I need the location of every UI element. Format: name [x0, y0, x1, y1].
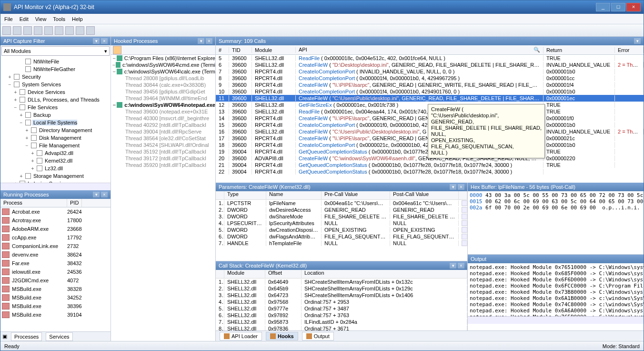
callstack-row[interactable]: 6SHELL32.dll0x97892Ordinal:757 + 3763: [216, 312, 467, 319]
process-row[interactable]: AdobeARM.exe23668: [0, 225, 111, 233]
detail-icon[interactable]: [462, 234, 467, 239]
thread-node[interactable]: Thread 39456 [gdiplus.dll!GdipGet: [111, 88, 215, 95]
process-row[interactable]: MSBuild.exe34252: [0, 293, 111, 302]
toolbar-button[interactable]: [23, 26, 32, 35]
menu-view[interactable]: View: [35, 16, 47, 22]
col-index[interactable]: #: [216, 47, 229, 53]
tab-hooks[interactable]: Hooks: [266, 332, 298, 341]
process-node[interactable]: −c:\windows\SysWOW64\notepad.exe: [111, 102, 215, 108]
param-row[interactable]: 1LPCTSTRlpFileName0x004ea61c "C:\Users\P…: [216, 200, 467, 206]
process-row[interactable]: CompanionLink.exe2732: [0, 242, 111, 250]
pane-close-button[interactable]: ×: [458, 184, 464, 190]
thread-node[interactable]: Thread 35920 [ntdll.dll!TpCallbackI: [111, 162, 215, 168]
tree-node[interactable]: +Kernel32.dll: [1, 157, 110, 165]
callstack-list[interactable]: 1SHELL32.dll0x64649SHCreateShellItemArra…: [216, 279, 467, 330]
hooked-tree[interactable]: −C:\Program Files (x86)\Internet Explore…: [111, 55, 215, 341]
thread-node[interactable]: Thread 35192 [ntdll.dll!TpCallbackI: [111, 148, 215, 155]
col-type[interactable]: Type: [224, 191, 266, 199]
tree-node[interactable]: +Advapi32.dll: [1, 149, 110, 157]
thread-node[interactable]: Thread 39464 [WINMM.dll!timeEnd: [111, 95, 215, 102]
tree-node[interactable]: +Directory Management: [1, 126, 110, 134]
toolbar-button[interactable]: [44, 26, 53, 35]
col-postcall[interactable]: Post-Call Value: [390, 191, 459, 199]
tab-api-loader[interactable]: API Loader: [220, 332, 262, 341]
callstack-row[interactable]: 4SHELL32.dll0x97568Ordinal:757 + 2953: [216, 299, 467, 305]
process-list[interactable]: Acrobat.exe26424Acrotray.exe17800AdobeAR…: [0, 207, 111, 331]
tree-node[interactable]: −Local File Systems: [1, 119, 110, 126]
pane-pin-button[interactable]: ▾: [93, 38, 100, 44]
process-row[interactable]: MSBuild.exe39104: [0, 310, 111, 319]
callstack-row[interactable]: 2SHELL32.dll0x645b9SHCreateShellItemArra…: [216, 285, 467, 292]
summary-row[interactable]: 539600SHELL32.dllReadFile ( 0x0000018c, …: [216, 55, 644, 62]
param-row[interactable]: 3DWORDdwShareModeFILE_SHARE_DELETE | FIL…: [216, 213, 467, 220]
col-error[interactable]: Error: [615, 47, 644, 53]
folder-icon[interactable]: [113, 46, 121, 54]
process-node[interactable]: −c:\windows\SysWOW64\calc.exe (Term: [111, 68, 215, 75]
thread-node[interactable]: Thread 40292 [ntdll.dll!TpCallbackI: [111, 122, 215, 128]
tab-output[interactable]: Output: [302, 332, 334, 341]
tree-node[interactable]: +Security: [1, 73, 110, 81]
tab-processes[interactable]: Processes: [11, 332, 42, 341]
toolbar-button[interactable]: [65, 26, 74, 35]
process-row[interactable]: ccApp.exe17792: [0, 233, 111, 242]
callstack-row[interactable]: 7SHELL32.dll0x95873ILFindLastID + 0x284a: [216, 319, 467, 325]
param-row[interactable]: 6DWORDdwFlagsAndAttributesFILE_FLAG_SEQU…: [216, 233, 467, 240]
pane-close-button[interactable]: ×: [458, 263, 464, 268]
detail-icon[interactable]: [462, 220, 467, 226]
tree-node[interactable]: NtWriteFile: [1, 58, 110, 65]
filter-tree[interactable]: NtWriteFileNtWriteFileGather+Security−Sy…: [0, 57, 111, 183]
summary-row[interactable]: 1039600RPCRT4.dllCreateIoCompletionPort …: [216, 88, 644, 95]
toolbar-button[interactable]: [34, 26, 42, 35]
pane-menu-button[interactable]: ▾: [634, 38, 641, 44]
pane-pin-button[interactable]: ▾: [198, 38, 204, 44]
process-row[interactable]: Far.exe38432: [0, 259, 111, 268]
menu-edit[interactable]: Edit: [20, 16, 29, 22]
detail-icon[interactable]: [462, 214, 467, 219]
param-row[interactable]: 5DWORDdwCreationDispositionOPEN_EXISTING…: [216, 227, 467, 233]
params-list[interactable]: 1LPCTSTRlpFileName0x004ea61c "C:\Users\P…: [216, 200, 467, 261]
thread-node[interactable]: Thread 39600 (notepad.exe+0x31E: [111, 108, 215, 115]
summary-row[interactable]: 639600SHELL32.dllCreateFileW ( "D:\Deskt…: [216, 62, 644, 68]
modules-combo[interactable]: All Modules ▾: [1, 46, 110, 56]
col-tid[interactable]: TID: [229, 47, 252, 53]
menu-file[interactable]: File: [4, 16, 13, 22]
summary-row[interactable]: 2139004RPCRT4.dllGetQueuedCompletionStat…: [216, 162, 644, 168]
col-pid[interactable]: PID: [67, 199, 82, 207]
thread-node[interactable]: Thread 40300 [msvcrt.dll!_beginthre: [111, 115, 215, 122]
process-row[interactable]: Acrotray.exe17800: [0, 216, 111, 225]
toolbar-button[interactable]: [13, 26, 21, 35]
param-row[interactable]: 4LPSECURITY_AT...lpSecurityAttributesNUL…: [216, 220, 467, 227]
detail-icon[interactable]: [462, 240, 467, 246]
menu-help[interactable]: Help: [72, 16, 83, 22]
process-row[interactable]: Acrobat.exe26424: [0, 207, 111, 216]
toolbar-button[interactable]: [86, 26, 95, 35]
close-button[interactable]: ×: [626, 3, 641, 11]
tree-node[interactable]: +Device Services: [1, 88, 110, 96]
process-row[interactable]: ielowutil.exe24536: [0, 268, 111, 276]
thread-node[interactable]: Thread 39004 [ntdll.dll!RpcServe: [111, 128, 215, 135]
col-precall[interactable]: Pre-Call Value: [322, 191, 390, 199]
col-name[interactable]: Name: [266, 191, 322, 199]
callstack-row[interactable]: 3SHELL32.dll0x64723SHCreateShellItemArra…: [216, 292, 467, 299]
tree-node[interactable]: −File Management: [1, 142, 110, 149]
col-cs-offset[interactable]: Offset: [265, 270, 302, 278]
maximize-button[interactable]: □: [611, 3, 625, 11]
tree-node[interactable]: −System Services: [1, 81, 110, 88]
process-node[interactable]: −C:\Program Files (x86)\Internet Explore: [111, 55, 215, 62]
toolbar-button[interactable]: [76, 26, 84, 35]
minimize-button[interactable]: _: [596, 3, 610, 11]
pane-pin-button[interactable]: ▾: [450, 263, 456, 268]
summary-row[interactable]: 2239004RPCRT4.dllGetQueuedCompletionStat…: [216, 168, 644, 175]
toolbar-button[interactable]: [2, 26, 11, 35]
summary-row[interactable]: 1139600SHELL32.dllCreateFileW ( "C:\User…: [216, 95, 644, 102]
hex-viewer[interactable]: 0000 43 00 3a 00 5c 00 55 00 73 00 65 00…: [468, 191, 644, 254]
callstack-row[interactable]: 5SHELL32.dll0x9777eOrdinal:757 + 3487: [216, 305, 467, 312]
callstack-row[interactable]: 8SHELL32.dll0x97836Ordinal:757 + 3671: [216, 325, 467, 330]
col-cs-location[interactable]: Location: [302, 270, 467, 278]
summary-row[interactable]: 939600RPCRT4.dllCreateFileW ( "\\.\PIPE\…: [216, 82, 644, 88]
process-row[interactable]: J2GDllCmd.exe4072: [0, 276, 111, 285]
search-icon[interactable]: [533, 47, 540, 53]
tree-node[interactable]: +Storage Management: [1, 172, 110, 180]
pane-pin-button[interactable]: ▾: [450, 184, 456, 190]
pane-pin-button[interactable]: ▾: [93, 192, 100, 197]
